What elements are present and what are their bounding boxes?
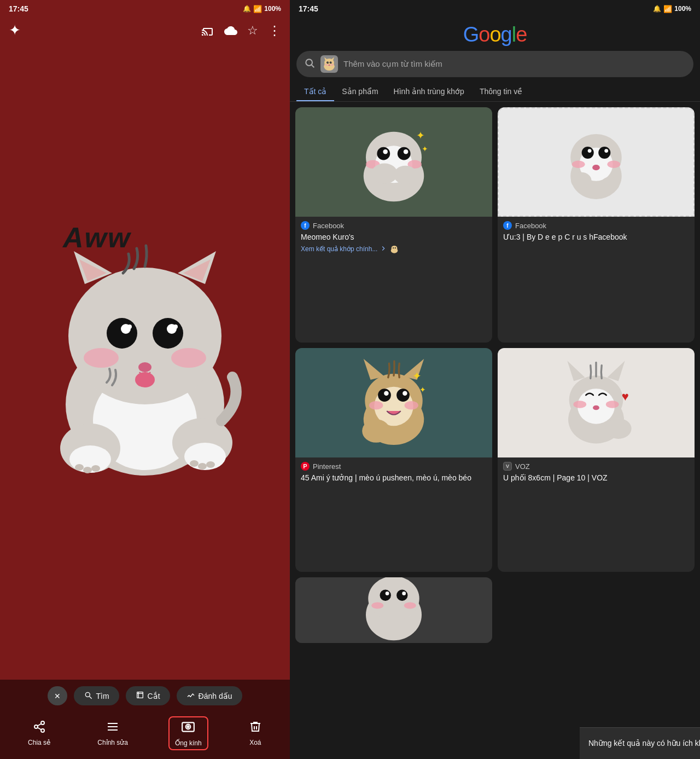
svg-point-8: [153, 318, 183, 349]
right-panel: 17:45 🔔 📶 100% Google: [290, 0, 700, 759]
svg-point-107: [605, 418, 632, 438]
svg-point-111: [380, 589, 391, 600]
svg-point-79: [604, 149, 608, 153]
svg-point-92: [384, 391, 389, 396]
svg-point-53: [325, 64, 328, 66]
facebook-favicon-2: f: [503, 221, 512, 230]
svg-marker-103: [607, 361, 625, 381]
svg-point-25: [198, 463, 207, 470]
svg-point-80: [572, 160, 585, 168]
cast-icon[interactable]: [201, 24, 214, 37]
svg-text:♥: ♥: [622, 390, 629, 403]
svg-point-55: [328, 65, 330, 66]
right-wifi-icon: 📶: [663, 5, 672, 13]
svg-point-113: [386, 592, 389, 595]
svg-point-71: [393, 247, 394, 248]
svg-marker-102: [567, 361, 585, 381]
right-status-bar: 17:45 🔔 📶 100%: [290, 0, 700, 18]
result-image-4: ♥: [498, 348, 695, 457]
svg-rect-29: [137, 692, 143, 698]
more-icon[interactable]: ⋮: [268, 23, 281, 38]
svg-point-96: [362, 419, 390, 443]
svg-point-13: [84, 348, 119, 368]
left-panel: 17:45 🔔 📶 100% ✦ ☆ ⋮: [0, 0, 290, 759]
source-name-2: Facebook: [515, 222, 546, 230]
svg-point-54: [330, 64, 334, 66]
right-alarm-icon: 🔔: [653, 5, 661, 13]
search-thumbnail: [320, 55, 338, 73]
svg-point-12: [173, 325, 178, 329]
edit-action[interactable]: Chỉnh sửa: [91, 717, 135, 750]
svg-point-61: [383, 149, 388, 154]
result-info-2: f Facebook Ưu:3 | By D e e p C r u s hFa…: [498, 217, 695, 247]
cloud-icon[interactable]: [224, 24, 237, 37]
result-source-3: P Pinterest: [301, 462, 487, 471]
result-card-5[interactable]: [295, 577, 492, 643]
facebook-favicon-1: f: [301, 221, 310, 230]
svg-point-70: [392, 246, 398, 251]
svg-point-60: [398, 147, 411, 160]
left-status-icons: 🔔 📶 100%: [243, 5, 281, 13]
results-grid: ✦ ✦ f Facebook Meomeo Kuro's Xem kết quả…: [290, 102, 700, 759]
search-bar[interactable]: Thêm vào cụm từ tìm kiếm: [296, 51, 693, 77]
tim-chip[interactable]: Tìm: [74, 686, 119, 705]
svg-point-110: [368, 577, 419, 621]
tab-san-pham[interactable]: Sản phẩm: [334, 83, 386, 101]
svg-point-62: [404, 149, 409, 154]
edit-label: Chỉnh sửa: [97, 739, 128, 746]
right-time: 17:45: [299, 4, 318, 13]
result-card-3[interactable]: ✦ ✦ P Pinterest 45 Ami ý tưởng | mèo ú p…: [295, 348, 492, 571]
mark-icon: [186, 691, 195, 701]
lens-action[interactable]: Ống kính: [168, 716, 208, 750]
svg-point-65: [371, 164, 398, 184]
cat-image-area: Aww: [0, 41, 290, 680]
aww-text: Aww: [63, 221, 131, 254]
result-source-2: f Facebook: [503, 221, 689, 230]
close-icon: ✕: [54, 692, 61, 700]
edit-icon: [106, 720, 119, 737]
result-card-1[interactable]: ✦ ✦ f Facebook Meomeo Kuro's Xem kết quả…: [295, 107, 492, 343]
danh-dau-chip[interactable]: Đánh dấu: [177, 686, 242, 705]
result-link-1[interactable]: Xem kết quả khớp chính...: [301, 244, 487, 254]
svg-point-27: [86, 692, 90, 697]
svg-line-44: [312, 65, 314, 67]
google-logo: Google: [463, 23, 527, 47]
result-card-2[interactable]: f Facebook Ưu:3 | By D e e p C r u s hFa…: [498, 107, 695, 343]
danh-dau-label: Đánh dấu: [199, 692, 232, 700]
svg-point-32: [41, 721, 44, 725]
lens-label: Ống kính: [175, 739, 201, 747]
svg-point-66: [394, 166, 417, 184]
svg-point-14: [171, 348, 206, 368]
cat-svg: [41, 229, 249, 492]
result-title-4: U phối 8x6cm | Page 10 | VOZ: [503, 473, 689, 483]
left-time: 17:45: [9, 4, 28, 13]
svg-point-116: [404, 602, 416, 609]
back-button[interactable]: ✦: [9, 22, 21, 39]
svg-point-72: [395, 247, 396, 248]
svg-text:✦: ✦: [416, 130, 425, 141]
delete-action[interactable]: Xoá: [242, 717, 269, 750]
tim-label: Tìm: [96, 692, 109, 700]
tab-thong-tin[interactable]: Thông tin về: [472, 83, 530, 101]
result-image-2: [498, 107, 695, 217]
cat-chip[interactable]: Cắt: [126, 686, 170, 705]
search-icon: [304, 57, 315, 71]
svg-text:✦: ✦: [412, 370, 422, 382]
link-icon-1: [380, 245, 387, 254]
tab-hinh-anh[interactable]: Hình ảnh trùng khớp: [386, 83, 472, 101]
star-icon[interactable]: ☆: [247, 24, 258, 38]
toolbar-chips-row: ✕ Tìm Cắt Đánh dấu: [4, 686, 285, 705]
cat-container: Aww: [30, 210, 260, 511]
svg-text:✦: ✦: [419, 386, 426, 394]
close-chip[interactable]: ✕: [48, 686, 67, 705]
svg-line-28: [90, 697, 92, 699]
result-image-3: ✦ ✦: [295, 348, 492, 457]
result-card-4[interactable]: ♥ V VOZ U phối 8x6cm | Page 10 | VOZ: [498, 348, 695, 571]
tab-tat-ca[interactable]: Tất cả: [296, 83, 334, 101]
toolbar-actions-row: Chia sẻ Chỉnh sửa Ống kính: [4, 714, 285, 755]
svg-point-94: [369, 401, 383, 409]
bottom-toolbar: ✕ Tìm Cắt Đánh dấu: [0, 680, 290, 759]
right-battery-icon: 100%: [674, 5, 691, 13]
share-action[interactable]: Chia sẻ: [21, 717, 57, 750]
source-name-3: Pinterest: [313, 462, 341, 471]
